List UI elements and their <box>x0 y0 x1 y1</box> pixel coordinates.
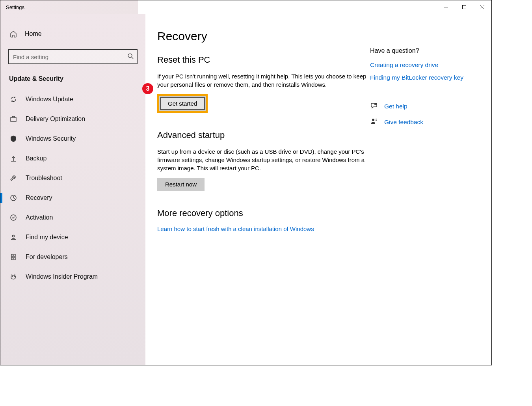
wrench-icon <box>9 174 18 183</box>
sidebar-item-windows-update[interactable]: Windows Update <box>0 89 145 109</box>
svg-rect-1 <box>463 6 466 9</box>
chat-help-icon: ? <box>370 102 378 111</box>
sidebar-item-label: Windows Insider Program <box>26 273 98 280</box>
aside-link-bitlocker[interactable]: Finding my BitLocker recovery key <box>370 74 476 81</box>
svg-point-16 <box>12 276 13 277</box>
close-button[interactable] <box>473 0 491 14</box>
svg-rect-12 <box>14 254 15 257</box>
sidebar: Home Update & Security Windows Update De… <box>0 14 145 365</box>
titlebar: Settings <box>0 0 491 14</box>
maximize-icon <box>462 5 467 9</box>
recovery-icon <box>9 194 18 202</box>
delivery-icon <box>9 115 18 123</box>
check-circle-icon <box>9 213 18 222</box>
section-title: More recovery options <box>157 208 370 218</box>
section-reset-pc: Reset this PC If your PC isn't running w… <box>157 55 370 113</box>
sidebar-item-delivery-optimization[interactable]: Delivery Optimization <box>0 109 145 129</box>
highlight-frame: Get started <box>157 94 208 113</box>
sidebar-item-recovery[interactable]: Recovery <box>0 188 145 208</box>
aside-link-recovery-drive[interactable]: Creating a recovery drive <box>370 61 476 69</box>
fresh-install-link[interactable]: Learn how to start fresh with a clean in… <box>157 225 370 232</box>
svg-point-4 <box>128 54 132 58</box>
sidebar-home-label: Home <box>25 30 42 37</box>
section-desc: Start up from a device or disc (such as … <box>157 147 370 172</box>
give-feedback-link[interactable]: Give feedback <box>370 117 476 127</box>
sidebar-item-label: Backup <box>26 155 47 162</box>
sidebar-item-activation[interactable]: Activation <box>0 208 145 227</box>
sidebar-item-label: Windows Security <box>26 135 76 142</box>
aside-action-label: Get help <box>384 103 407 110</box>
sidebar-item-label: Activation <box>26 214 53 221</box>
sidebar-item-label: Windows Update <box>26 96 73 103</box>
svg-point-20 <box>372 119 374 121</box>
sidebar-item-windows-security[interactable]: Windows Security <box>0 129 145 149</box>
get-started-button[interactable]: Get started <box>160 97 205 110</box>
section-advanced-startup: Advanced startup Start up from a device … <box>157 130 370 191</box>
sidebar-item-find-my-device[interactable]: Find my device <box>0 227 145 247</box>
aside-action-label: Give feedback <box>384 119 423 126</box>
sidebar-item-label: For developers <box>26 253 68 261</box>
section-title: Advanced startup <box>157 130 370 140</box>
minimize-icon <box>444 5 448 9</box>
sidebar-item-label: Recovery <box>26 194 52 201</box>
sidebar-item-windows-insider[interactable]: Windows Insider Program <box>0 267 145 287</box>
window-controls <box>437 0 491 14</box>
page-title: Recovery <box>157 30 370 43</box>
location-icon <box>9 233 18 242</box>
svg-point-9 <box>11 215 16 220</box>
section-more-recovery: More recovery options Learn how to start… <box>157 208 370 232</box>
sidebar-item-label: Troubleshoot <box>26 175 62 182</box>
svg-rect-11 <box>11 254 13 257</box>
sidebar-item-label: Delivery Optimization <box>26 115 85 123</box>
sync-icon <box>9 95 18 104</box>
svg-rect-13 <box>11 257 13 260</box>
svg-point-17 <box>14 276 15 277</box>
sidebar-item-for-developers[interactable]: For developers <box>0 247 145 267</box>
insider-icon <box>9 272 18 281</box>
backup-icon <box>9 154 18 163</box>
minimize-button[interactable] <box>437 0 455 14</box>
annotation-badge: 3 <box>142 83 153 94</box>
maximize-button[interactable] <box>455 0 473 14</box>
sidebar-item-label: Find my device <box>26 234 68 241</box>
window-title: Settings <box>6 4 24 10</box>
developers-icon <box>9 253 18 261</box>
home-icon <box>9 30 18 38</box>
section-desc: If your PC isn't running well, resetting… <box>157 72 370 89</box>
svg-line-5 <box>132 57 133 59</box>
feedback-icon <box>370 117 378 127</box>
svg-point-10 <box>13 235 15 237</box>
svg-point-15 <box>11 275 16 279</box>
restart-now-button[interactable]: Restart now <box>157 178 205 191</box>
svg-rect-14 <box>14 257 15 260</box>
svg-rect-6 <box>11 117 16 121</box>
shield-icon <box>9 134 18 143</box>
get-help-link[interactable]: ? Get help <box>370 102 476 111</box>
sidebar-item-backup[interactable]: Backup <box>0 149 145 168</box>
search-icon <box>127 53 134 61</box>
main-content: Recovery Reset this PC If your PC isn't … <box>157 30 370 365</box>
section-title: Reset this PC <box>157 55 370 65</box>
sidebar-heading: Update & Security <box>0 72 145 89</box>
aside: Have a question? Creating a recovery dri… <box>370 30 476 365</box>
search-input[interactable] <box>8 49 138 64</box>
close-icon <box>480 5 485 9</box>
aside-heading: Have a question? <box>370 47 476 54</box>
sidebar-item-troubleshoot[interactable]: Troubleshoot <box>0 168 145 188</box>
sidebar-home[interactable]: Home <box>0 25 145 43</box>
